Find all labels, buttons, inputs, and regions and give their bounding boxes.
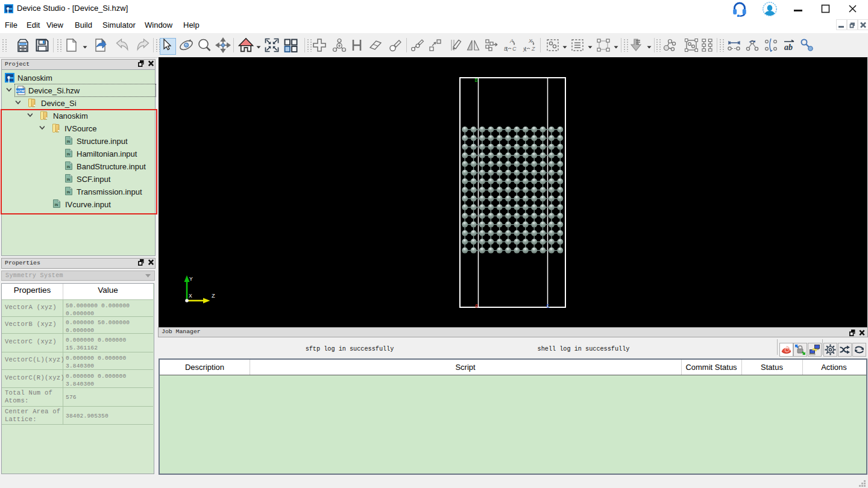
svg-text:C: C bbox=[512, 46, 517, 52]
svg-text:y: y bbox=[523, 46, 526, 52]
svg-text:X: X bbox=[189, 293, 192, 299]
svg-text:Z: Z bbox=[531, 46, 535, 52]
svg-text:B: B bbox=[475, 78, 478, 84]
svg-text:Y: Y bbox=[189, 276, 193, 283]
svg-text:0: 0 bbox=[475, 304, 478, 310]
svg-text:ab: ab bbox=[784, 43, 793, 52]
svg-text:HZW: HZW bbox=[16, 89, 25, 93]
svg-text:C: C bbox=[547, 304, 550, 310]
svg-text:B: B bbox=[504, 46, 508, 52]
svg-text:Z: Z bbox=[212, 293, 215, 299]
